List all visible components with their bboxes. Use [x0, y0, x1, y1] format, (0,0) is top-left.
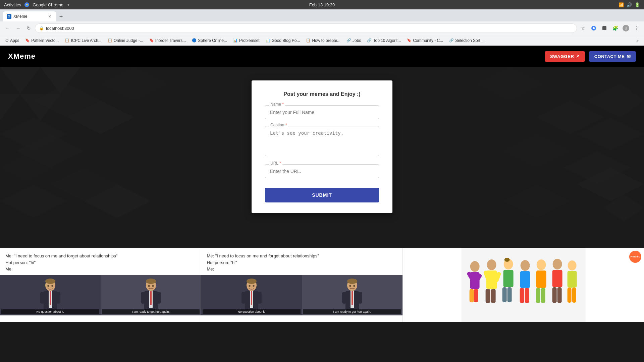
bookmark-goodblog[interactable]: 📊 Good Blog Po...: [263, 37, 303, 44]
bookmark-sphere[interactable]: 🔵 Sphere Online...: [189, 37, 230, 44]
bookmark-problemset[interactable]: 📊 Problemset: [230, 37, 262, 44]
browser-tab-active[interactable]: X XMeme ✕: [3, 11, 56, 21]
bookmark-problemset-icon: 📊: [233, 38, 238, 43]
svg-rect-74: [503, 270, 513, 287]
contact-label: CONTACT ME: [594, 54, 625, 59]
bookmarks-more[interactable]: »: [634, 37, 641, 44]
caption-field-container: Caption *: [265, 126, 379, 158]
meme-2-line2: Hot person: "hi": [207, 259, 397, 266]
bookmark-pattern[interactable]: 🔖 Pattern Vecto...: [22, 37, 61, 44]
svg-rect-35: [56, 292, 60, 304]
contact-me-button[interactable]: CONTACT ME ✉: [589, 51, 636, 62]
bookmarks-bar: ⬡ Apps 🔖 Pattern Vecto... 📋 ICPC Live Ar…: [0, 35, 644, 46]
bookmark-jobs-icon: 🔗: [346, 38, 351, 43]
meme-card-1-text: Me: "I need to focus on me and forget ab…: [0, 248, 201, 275]
meme-2-image: No question about it. I am ready to get …: [201, 275, 402, 315]
submit-button[interactable]: SUBMIT: [265, 188, 379, 202]
browser-name: Google Chrome: [33, 2, 63, 7]
bookmark-goodblog-label: Good Blog Po...: [272, 38, 300, 43]
svg-point-41: [148, 285, 150, 287]
svg-point-28: [45, 279, 55, 284]
svg-point-42: [152, 285, 154, 287]
memes-section: Me: "I need to focus on me and forget ab…: [0, 248, 644, 322]
toolbar-icons: ☆ 🧩 U ⋮: [578, 23, 641, 33]
bookmark-icpc[interactable]: 📋 ICPC Live Arch...: [62, 37, 104, 44]
volume-icon: 🔊: [627, 2, 632, 7]
svg-rect-61: [342, 292, 346, 304]
bookmark-howto-label: How to prepar...: [312, 38, 340, 43]
network-indicator[interactable]: [600, 23, 609, 33]
network-icon: 📶: [619, 2, 624, 7]
url-field-container: URL *: [265, 164, 379, 178]
bookmark-howto[interactable]: 📋 How to prepar...: [303, 37, 343, 44]
meme-2-caption-right: I am ready to get hurt again.: [303, 309, 401, 314]
bookmark-apps-label: Apps: [10, 38, 19, 43]
apps-grid-icon: ⬡: [5, 38, 9, 43]
bookmark-oj-label: Online Judge -...: [114, 38, 143, 43]
swagger-button[interactable]: SWAGGER ↗: [545, 51, 585, 62]
svg-rect-79: [520, 288, 524, 303]
bookmark-jobs[interactable]: 🔗 Jobs: [344, 37, 364, 44]
svg-rect-67: [474, 289, 478, 302]
bookmark-top10[interactable]: 🔗 Top 10 Algorit...: [364, 37, 404, 44]
name-input[interactable]: [265, 105, 379, 119]
meme-1-caption-right: I am ready to get hurt again.: [102, 309, 200, 314]
bookmark-problemset-label: Problemset: [239, 38, 260, 43]
url-input[interactable]: [265, 164, 379, 178]
reload-button[interactable]: ↻: [24, 23, 34, 33]
svg-point-51: [253, 285, 255, 287]
svg-rect-75: [502, 287, 506, 302]
app-logo: XMeme: [8, 52, 36, 61]
svg-rect-78: [520, 271, 530, 288]
bookmark-apps[interactable]: ⬡ Apps: [3, 37, 22, 44]
bookmark-online-judge[interactable]: 📋 Online Judge -...: [105, 37, 146, 44]
svg-rect-90: [567, 271, 577, 288]
meme-2-line1: Me: "I need to focus on me and forget ab…: [207, 253, 397, 259]
os-system-icons: 📶 🔊 🔋: [619, 2, 640, 7]
header-buttons: SWAGGER ↗ CONTACT ME ✉: [545, 51, 636, 62]
svg-point-73: [504, 258, 509, 262]
new-tab-button[interactable]: +: [56, 12, 66, 21]
activities-label[interactable]: Activities: [4, 2, 21, 7]
bookmark-community[interactable]: 🔖 Community - C...: [404, 37, 446, 44]
extension-puzzle-icon[interactable]: 🧩: [610, 23, 620, 33]
bookmark-star-icon[interactable]: ☆: [578, 23, 588, 33]
bookmark-sphere-icon: 🔵: [192, 38, 197, 43]
back-button[interactable]: ←: [3, 23, 12, 33]
bookmark-inorder-icon: 🔖: [149, 38, 154, 43]
meme-2-line3: Me:: [207, 266, 397, 273]
chrome-extension-1[interactable]: [589, 23, 598, 33]
address-input[interactable]: 🔒 localhost:3000: [35, 23, 577, 33]
bookmark-inorder[interactable]: 🔖 Inorder Travers...: [147, 37, 189, 44]
svg-rect-71: [491, 289, 495, 303]
meme-card-1: Me: "I need to focus on me and forget ab…: [0, 248, 201, 322]
bookmark-pattern-icon: 🔖: [25, 38, 30, 43]
forward-button[interactable]: →: [13, 23, 23, 33]
svg-point-33: [51, 285, 53, 287]
dropdown-icon[interactable]: ▼: [67, 3, 70, 7]
svg-point-77: [520, 260, 530, 271]
svg-rect-52: [241, 292, 246, 304]
menu-icon[interactable]: ⋮: [632, 23, 641, 33]
bookmark-selection[interactable]: 🔗 Selection Sort...: [446, 37, 486, 44]
tab-bar: X XMeme ✕ +: [0, 9, 644, 21]
svg-rect-3: [602, 26, 606, 30]
bookmark-community-label: Community - C...: [413, 38, 443, 43]
caption-textarea[interactable]: [265, 126, 379, 156]
svg-point-55: [347, 279, 357, 284]
svg-rect-86: [552, 270, 562, 287]
main-content: Post your memes and Enjoy :) Name * Capt…: [0, 67, 644, 248]
bookmark-pattern-label: Pattern Vecto...: [31, 38, 59, 43]
address-bar: ← → ↻ 🔒 localhost:3000 ☆ 🧩 U ⋮: [0, 21, 644, 35]
profile-icon[interactable]: U: [621, 23, 631, 33]
svg-point-46: [247, 279, 257, 284]
chrome-favicon: [24, 2, 29, 7]
bookmark-sphere-label: Sphere Online...: [198, 38, 227, 43]
svg-point-60: [353, 285, 355, 287]
tab-close-button[interactable]: ✕: [47, 14, 52, 19]
svg-rect-58: [352, 291, 353, 305]
tab-favicon: X: [7, 14, 11, 19]
svg-point-85: [552, 259, 562, 269]
svg-rect-66: [469, 289, 474, 302]
meme-card-2: Me: "I need to focus on me and forget ab…: [201, 248, 402, 322]
